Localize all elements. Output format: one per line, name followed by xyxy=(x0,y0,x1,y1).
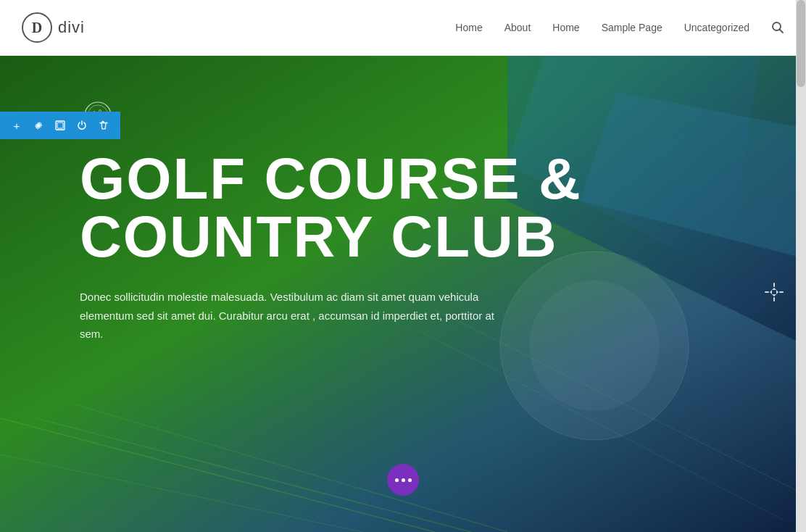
dots-menu-button[interactable] xyxy=(387,464,419,496)
delete-button[interactable] xyxy=(94,116,113,135)
nav-item-home2[interactable]: Home xyxy=(552,22,579,33)
hero-section: + xyxy=(0,56,806,532)
header: D divi Home About Home Sample Page Uncat… xyxy=(0,0,806,56)
main-nav: Home About Home Sample Page Uncategorize… xyxy=(455,21,784,34)
svg-line-1 xyxy=(780,30,784,33)
svg-rect-15 xyxy=(57,122,63,128)
add-element-button[interactable]: + xyxy=(7,116,26,135)
editor-toolbar: + xyxy=(0,112,120,139)
nav-item-about[interactable]: About xyxy=(504,22,531,33)
hero-content: GOLF COURSE & COUNTRY CLUB Donec sollici… xyxy=(0,56,806,532)
hero-title: GOLF COURSE & COUNTRY CLUB xyxy=(80,150,623,266)
search-button[interactable] xyxy=(771,21,784,34)
settings-button[interactable] xyxy=(29,116,48,135)
logo[interactable]: D divi xyxy=(22,12,85,43)
hero-description: Donec sollicitudin molestie malesuada. V… xyxy=(80,288,500,344)
logo-text: divi xyxy=(58,18,85,37)
logo-icon: D xyxy=(22,12,52,43)
nav-item-uncategorized[interactable]: Uncategorized xyxy=(684,22,749,33)
nav-item-sample-page[interactable]: Sample Page xyxy=(602,22,662,33)
nav-item-home1[interactable]: Home xyxy=(455,22,482,33)
scrollbar-thumb[interactable] xyxy=(797,0,805,87)
scrollbar[interactable] xyxy=(796,0,806,532)
power-button[interactable] xyxy=(72,116,91,135)
layout-button[interactable] xyxy=(51,116,70,135)
